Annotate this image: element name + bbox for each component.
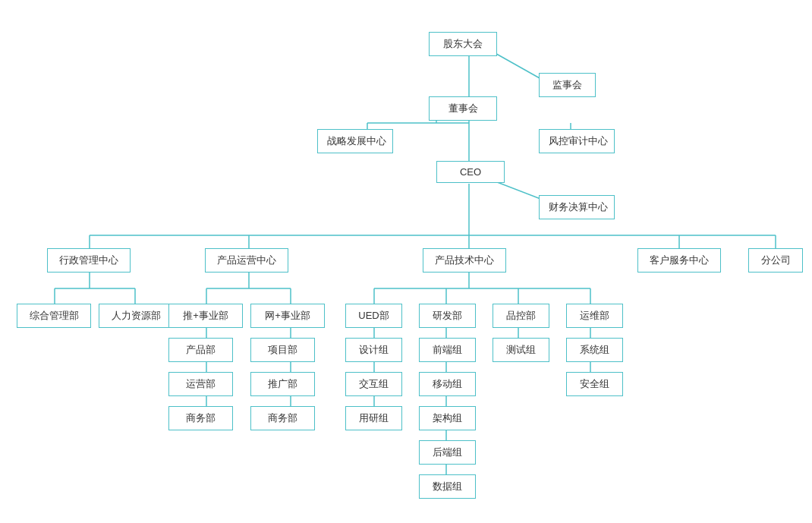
node-board: 董事会 [429, 96, 497, 121]
node-frontend: 前端组 [419, 338, 476, 362]
node-supervisors: 监事会 [539, 73, 596, 97]
node-test: 测试组 [493, 338, 549, 362]
node-biz-dept1: 商务部 [168, 406, 233, 430]
node-qc: 品控部 [493, 304, 549, 328]
node-biz-dept2: 商务部 [250, 406, 315, 430]
node-admin: 行政管理中心 [47, 248, 131, 273]
node-data: 数据组 [419, 474, 476, 499]
node-promo-dept: 推广部 [250, 372, 315, 396]
node-project-dept: 项目部 [250, 338, 315, 362]
node-product-ops: 产品运营中心 [205, 248, 288, 273]
node-customer: 客户服务中心 [637, 248, 721, 273]
node-system: 系统组 [566, 338, 623, 362]
org-chart: 股东大会 监事会 董事会 战略发展中心 风控审计中心 CEO 财务决算中心 行政… [0, 0, 812, 523]
node-interaction: 交互组 [345, 372, 402, 396]
node-arch: 架构组 [419, 406, 476, 430]
node-product-dept: 产品部 [168, 338, 233, 362]
node-ops-dept: 运营部 [168, 372, 233, 396]
node-ued: UED部 [345, 304, 402, 328]
node-push-biz: 推+事业部 [168, 304, 243, 328]
node-strategy: 战略发展中心 [317, 129, 393, 153]
node-net-biz: 网+事业部 [250, 304, 325, 328]
node-design: 设计组 [345, 338, 402, 362]
node-shareholders: 股东大会 [429, 32, 497, 56]
node-general-mgmt: 综合管理部 [17, 304, 91, 328]
node-hr: 人力资源部 [99, 304, 173, 328]
node-branch: 分公司 [748, 248, 803, 273]
node-ops: 运维部 [566, 304, 623, 328]
node-security: 安全组 [566, 372, 623, 396]
node-ux: 用研组 [345, 406, 402, 430]
node-risk: 风控审计中心 [539, 129, 615, 153]
node-ceo: CEO [436, 161, 505, 183]
node-finance: 财务决算中心 [539, 195, 615, 219]
node-backend: 后端组 [419, 440, 476, 465]
node-mobile: 移动组 [419, 372, 476, 396]
node-product-tech: 产品技术中心 [423, 248, 506, 273]
node-rd: 研发部 [419, 304, 476, 328]
